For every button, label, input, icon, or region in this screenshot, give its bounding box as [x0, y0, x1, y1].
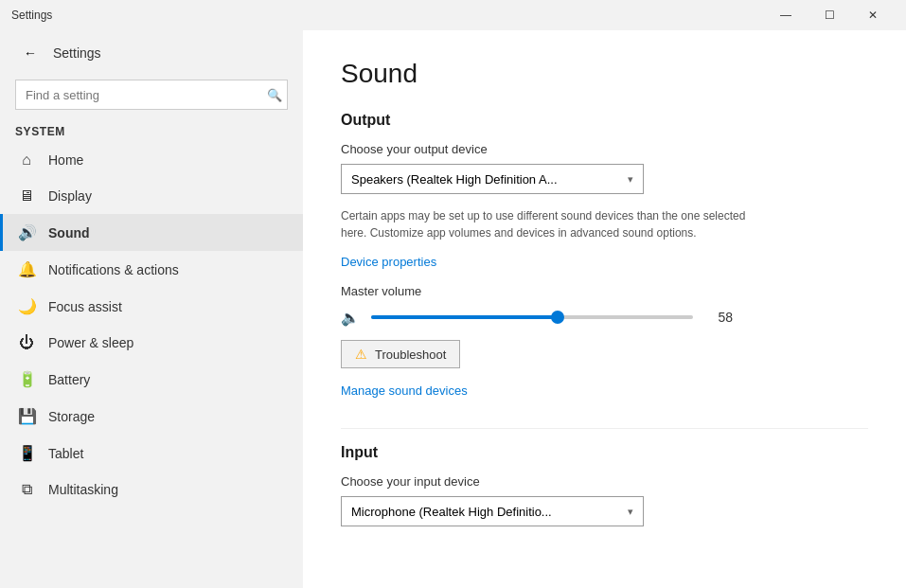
close-button[interactable]: ✕: [851, 0, 895, 30]
output-section-title: Output: [341, 112, 868, 129]
choose-input-label: Choose your input device: [341, 474, 868, 489]
battery-icon: 🔋: [18, 370, 35, 388]
content-area: Sound Output Choose your output device S…: [303, 30, 906, 588]
master-volume-label: Master volume: [341, 284, 868, 298]
choose-output-label: Choose your output device: [341, 142, 868, 156]
power-sleep-icon: ⏻: [18, 334, 35, 351]
chevron-down-icon-input: ▾: [628, 506, 633, 518]
sidebar-item-home[interactable]: ⌂ Home: [0, 142, 303, 178]
search-container: 🔍: [15, 80, 288, 110]
sidebar-item-home-label: Home: [48, 152, 83, 168]
app-container: ← Settings 🔍 System ⌂ Home 🖥 Display 🔊 S…: [0, 30, 906, 588]
app-title: Settings: [11, 9, 764, 22]
sidebar-item-tablet-label: Tablet: [48, 446, 83, 461]
input-device-value: Microphone (Realtek High Definitio...: [351, 505, 552, 519]
sidebar-item-sound-label: Sound: [48, 225, 90, 241]
sidebar-item-multitasking-label: Multitasking: [48, 482, 118, 497]
home-icon: ⌂: [18, 151, 35, 169]
back-button[interactable]: ←: [15, 38, 45, 68]
tablet-icon: 📱: [18, 444, 35, 462]
search-icon[interactable]: 🔍: [267, 88, 282, 102]
storage-icon: 💾: [18, 407, 35, 425]
troubleshoot-button[interactable]: ⚠ Troubleshoot: [341, 340, 460, 368]
input-section-title: Input: [341, 444, 868, 461]
notifications-icon: 🔔: [18, 260, 35, 278]
sidebar-item-storage[interactable]: 💾 Storage: [0, 398, 303, 435]
output-info-text: Certain apps may be set up to use differ…: [341, 207, 757, 241]
slider-fill: [371, 315, 558, 319]
search-input[interactable]: [15, 80, 288, 110]
chevron-down-icon: ▾: [628, 173, 633, 186]
sidebar-item-display[interactable]: 🖥 Display: [0, 178, 303, 214]
sidebar-section-label: System: [0, 117, 303, 142]
output-device-value: Speakers (Realtek High Definition A...: [351, 172, 558, 187]
sidebar-item-power-sleep[interactable]: ⏻ Power & sleep: [0, 325, 303, 361]
warning-icon: ⚠: [355, 347, 367, 362]
sound-icon: 🔊: [18, 223, 35, 241]
troubleshoot-label: Troubleshoot: [375, 347, 446, 362]
sidebar-item-focus-label: Focus assist: [48, 299, 122, 314]
window-controls: — ☐ ✕: [764, 0, 895, 30]
output-device-select[interactable]: Speakers (Realtek High Definition A... ▾: [341, 164, 644, 194]
slider-track: [371, 315, 693, 319]
input-device-select[interactable]: Microphone (Realtek High Definitio... ▾: [341, 496, 644, 526]
maximize-button[interactable]: ☐: [808, 0, 851, 30]
titlebar: Settings — ☐ ✕: [0, 0, 906, 30]
multitasking-icon: ⧉: [18, 481, 35, 498]
volume-slider[interactable]: [371, 308, 693, 327]
minimize-button[interactable]: —: [764, 0, 808, 30]
sidebar-item-notifications[interactable]: 🔔 Notifications & actions: [0, 251, 303, 288]
sidebar-item-power-label: Power & sleep: [48, 335, 133, 350]
volume-row: 🔈 58: [341, 308, 868, 327]
sidebar-nav-top: ← Settings: [0, 30, 303, 76]
sidebar-item-tablet[interactable]: 📱 Tablet: [0, 435, 303, 472]
sidebar-item-storage-label: Storage: [48, 409, 95, 424]
slider-thumb[interactable]: [551, 311, 564, 324]
sidebar-item-battery-label: Battery: [48, 372, 90, 387]
sidebar-item-focus-assist[interactable]: 🌙 Focus assist: [0, 288, 303, 325]
volume-speaker-icon: 🔈: [341, 309, 360, 327]
display-icon: 🖥: [18, 187, 35, 205]
focus-assist-icon: 🌙: [18, 297, 35, 315]
sidebar: ← Settings 🔍 System ⌂ Home 🖥 Display 🔊 S…: [0, 30, 303, 588]
volume-value: 58: [704, 310, 733, 325]
sidebar-item-notifications-label: Notifications & actions: [48, 262, 179, 277]
sidebar-item-multitasking[interactable]: ⧉ Multitasking: [0, 472, 303, 508]
manage-sound-devices-link[interactable]: Manage sound devices: [341, 383, 468, 398]
sidebar-app-title: Settings: [53, 45, 101, 61]
section-divider: [341, 428, 868, 429]
device-properties-link[interactable]: Device properties: [341, 255, 436, 269]
page-title: Sound: [341, 59, 868, 89]
sidebar-item-battery[interactable]: 🔋 Battery: [0, 361, 303, 398]
sidebar-item-sound[interactable]: 🔊 Sound: [0, 214, 303, 251]
sidebar-item-display-label: Display: [48, 188, 92, 204]
